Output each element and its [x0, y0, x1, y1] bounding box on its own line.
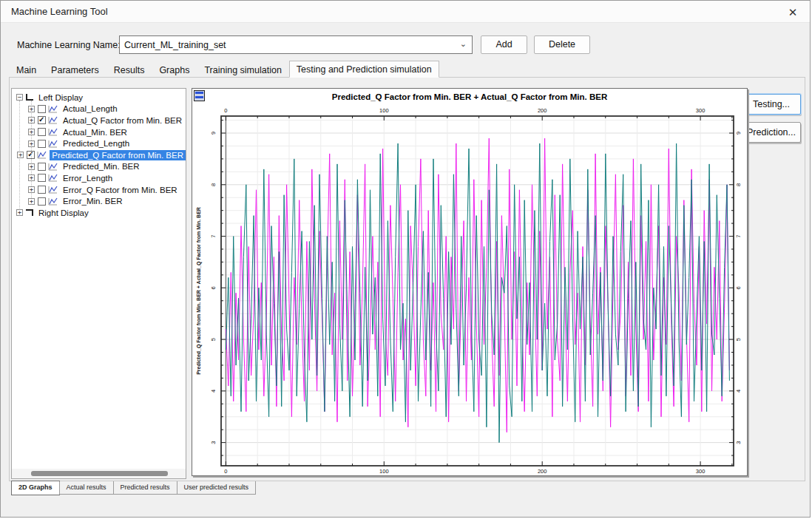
expand-icon[interactable]: +: [28, 140, 35, 147]
title-bar: Machine Learning Tool ✕: [1, 1, 810, 23]
series-checkbox[interactable]: [38, 186, 46, 194]
svg-text:100: 100: [379, 468, 389, 475]
svg-text:0: 0: [224, 468, 227, 475]
expand-icon[interactable]: +: [28, 117, 35, 123]
svg-text:2: 2: [476, 476, 479, 478]
collapse-icon[interactable]: −: [16, 94, 23, 101]
tree-item-label: Left Display: [36, 92, 85, 103]
horizontal-scrollbar[interactable]: [12, 469, 186, 478]
delete-button[interactable]: Delete: [534, 35, 590, 54]
tree-item-predicted-min-ber[interactable]: +Predicted_Min. BER: [12, 161, 186, 173]
svg-text:100: 100: [379, 107, 389, 114]
close-icon[interactable]: ✕: [785, 4, 801, 21]
chart-title: Predicted_Q Factor from Min. BER + Actua…: [192, 92, 747, 101]
tab-graphs[interactable]: Graphs: [152, 62, 197, 78]
tree-item-error-q-factor-from-min-ber[interactable]: +Error_Q Factor from Min. BER: [12, 184, 186, 196]
svg-text:3: 3: [735, 441, 742, 444]
line-chart-icon: [48, 105, 58, 113]
expand-icon[interactable]: +: [16, 209, 23, 216]
prediction-button[interactable]: Prediction...: [742, 122, 801, 143]
series-checkbox[interactable]: [38, 105, 46, 113]
bottom-tab-predicted-results[interactable]: Predicted results: [113, 481, 177, 495]
tree-item-actual-q-factor-from-min-ber[interactable]: +✓Actual_Q Factor from Min. BER: [12, 115, 186, 126]
svg-text:4: 4: [735, 390, 742, 393]
ml-name-combobox[interactable]: ⌄: [119, 35, 473, 54]
series-checkbox[interactable]: [38, 163, 46, 171]
line-chart-icon: [48, 163, 58, 171]
series-checkbox[interactable]: [38, 174, 46, 182]
svg-text:4: 4: [210, 390, 217, 393]
line-chart: 00100100200200300300334455667788992Predi…: [192, 89, 748, 477]
tree-item-label: Predicted_Q Factor from Min. BER: [50, 150, 186, 160]
svg-text:8: 8: [735, 183, 742, 186]
series-tree-panel: −Left Display+Actual_Length+✓Actual_Q Fa…: [11, 88, 186, 479]
machine-learning-tool-dialog: Machine Learning Tool ✕ Machine Learning…: [0, 0, 811, 518]
tab-results[interactable]: Results: [106, 62, 152, 78]
svg-text:3: 3: [210, 441, 217, 444]
svg-text:9: 9: [735, 132, 742, 135]
svg-text:6: 6: [210, 286, 217, 289]
bottom-tab-actual-results[interactable]: Actual results: [59, 481, 114, 495]
expand-icon[interactable]: +: [28, 163, 35, 170]
main-tab-strip: MainParametersResultsGraphsTraining simu…: [9, 61, 805, 78]
tree-item-label: Error_Min. BER: [61, 196, 125, 206]
tree-item-label: Actual_Min. BER: [61, 127, 129, 138]
bottom-tab-2d-graphs[interactable]: 2D Graphs: [11, 481, 60, 495]
tab-training-simulation[interactable]: Training simulation: [197, 62, 288, 78]
expand-icon[interactable]: +: [28, 174, 35, 181]
tree-item-label: Actual_Q Factor from Min. BER: [61, 115, 184, 126]
chevron-down-icon[interactable]: ⌄: [460, 39, 467, 49]
svg-text:0: 0: [224, 107, 227, 114]
expand-icon[interactable]: +: [28, 186, 35, 193]
tab-main[interactable]: Main: [9, 62, 44, 78]
svg-text:Predicted_Q Factor from Min. B: Predicted_Q Factor from Min. BER + Actua…: [196, 207, 202, 375]
tree-item-actual-min-ber[interactable]: +Actual_Min. BER: [12, 126, 186, 138]
series-checkbox[interactable]: [38, 197, 46, 206]
axes-left-icon: [26, 94, 33, 101]
tree-item-label: Predicted_Length: [61, 138, 132, 149]
bottom-tab-user-predicted-results[interactable]: User predicted results: [177, 481, 257, 495]
line-chart-icon: [48, 140, 58, 148]
tree-item-predicted-length[interactable]: +Predicted_Length: [12, 138, 186, 149]
expand-icon[interactable]: +: [28, 129, 35, 135]
tree-item-error-min-ber[interactable]: +Error_Min. BER: [12, 195, 186, 207]
result-view-tab-strip: 2D GraphsActual resultsPredicted results…: [11, 481, 255, 496]
add-button[interactable]: Add: [481, 35, 527, 54]
tree-item-error-length[interactable]: +Error_Length: [12, 172, 186, 184]
expand-icon[interactable]: +: [17, 152, 24, 158]
tab-parameters[interactable]: Parameters: [44, 62, 106, 78]
tree-item-label: Right Display: [36, 208, 91, 218]
series-checkbox[interactable]: [38, 140, 46, 148]
svg-text:9: 9: [210, 132, 217, 135]
line-chart-icon: [48, 174, 58, 182]
line-chart-icon: [48, 128, 58, 136]
svg-text:7: 7: [210, 234, 217, 237]
scrollbar-thumb[interactable]: [31, 471, 168, 476]
svg-text:6: 6: [735, 286, 742, 289]
expand-icon[interactable]: +: [28, 106, 35, 112]
axes-right-icon: [26, 209, 33, 216]
tree-item-predicted-q-factor-from-min-ber[interactable]: +✓Predicted_Q Factor from Min. BER: [12, 149, 186, 161]
ml-name-label: Machine Learning Name:: [17, 40, 121, 50]
testing-button[interactable]: Testing...: [742, 94, 801, 115]
expand-icon[interactable]: +: [28, 198, 35, 205]
svg-text:7: 7: [735, 234, 742, 237]
svg-text:5: 5: [735, 338, 742, 341]
line-chart-icon: [37, 151, 47, 159]
svg-text:300: 300: [696, 468, 706, 475]
svg-text:200: 200: [538, 107, 547, 114]
ml-name-input[interactable]: [120, 36, 454, 53]
tree-item-actual-length[interactable]: +Actual_Length: [12, 104, 186, 115]
line-chart-icon: [48, 197, 58, 206]
series-checkbox[interactable]: ✓: [38, 116, 46, 124]
svg-text:200: 200: [538, 468, 547, 475]
tree-item-label: Actual_Length: [61, 104, 120, 114]
line-chart-icon: [48, 186, 58, 194]
series-checkbox[interactable]: [38, 128, 46, 136]
svg-text:5: 5: [210, 338, 217, 341]
graph-panel: Predicted_Q Factor from Min. BER + Actua…: [192, 88, 748, 476]
tree-item-left-display[interactable]: −Left Display: [12, 92, 186, 104]
tab-testing-and-prediction-simulation[interactable]: Testing and Prediction simulation: [289, 61, 439, 78]
tree-item-label: Predicted_Min. BER: [61, 161, 142, 172]
tree-item-right-display[interactable]: +Right Display: [12, 207, 186, 219]
